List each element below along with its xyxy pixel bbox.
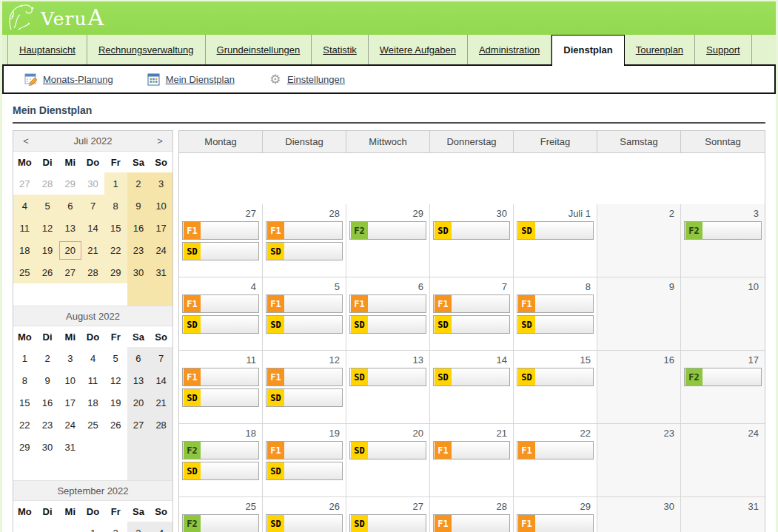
shift-entry[interactable]: SD bbox=[182, 388, 259, 407]
mini-day[interactable]: 31 bbox=[150, 261, 172, 283]
tab-grundeinstellungen[interactable]: Grundeinstellungen bbox=[206, 35, 312, 64]
mini-day[interactable]: 30 bbox=[81, 172, 104, 195]
mini-day[interactable]: 12 bbox=[104, 369, 127, 391]
mini-day[interactable]: 26 bbox=[104, 414, 127, 436]
mini-day[interactable]: 11 bbox=[81, 369, 104, 391]
mini-day[interactable]: 23 bbox=[127, 239, 150, 261]
mini-day[interactable]: 29 bbox=[104, 261, 127, 283]
mini-day[interactable]: 15 bbox=[104, 217, 127, 239]
mini-day[interactable]: 22 bbox=[13, 414, 36, 436]
shift-entry[interactable]: F2 bbox=[684, 368, 762, 386]
mini-day[interactable]: 7 bbox=[81, 195, 104, 217]
mini-day[interactable]: 19 bbox=[104, 391, 127, 414]
mini-day[interactable]: 8 bbox=[104, 195, 127, 217]
tab-statistik[interactable]: Statistik bbox=[312, 35, 369, 64]
shift-entry[interactable]: SD bbox=[266, 388, 343, 407]
shift-entry[interactable]: F2 bbox=[182, 514, 259, 532]
mini-day[interactable]: 3 bbox=[150, 172, 172, 195]
mini-day[interactable]: 24 bbox=[58, 414, 81, 436]
mini-day[interactable]: 27 bbox=[127, 414, 150, 436]
mini-day[interactable]: 11 bbox=[13, 217, 36, 239]
mini-day[interactable]: 13 bbox=[58, 217, 81, 239]
shift-entry[interactable]: SD bbox=[182, 315, 259, 334]
mini-day[interactable]: 3 bbox=[127, 522, 150, 532]
mini-day[interactable]: 24 bbox=[150, 239, 172, 261]
shift-entry[interactable]: SD bbox=[517, 221, 594, 240]
toolbar-item-einstellungen[interactable]: ⚙ Einstellungen bbox=[269, 73, 345, 86]
shift-entry[interactable]: SD bbox=[349, 441, 426, 459]
mini-day[interactable]: 1 bbox=[13, 347, 36, 369]
shift-entry[interactable]: SD bbox=[182, 462, 259, 480]
mini-day[interactable]: 21 bbox=[81, 239, 104, 261]
shift-entry[interactable]: SD bbox=[517, 368, 594, 386]
mini-day[interactable]: 4 bbox=[150, 522, 172, 532]
mini-day[interactable]: 27 bbox=[13, 172, 36, 195]
shift-entry[interactable]: F2 bbox=[684, 221, 762, 240]
mini-day[interactable]: 9 bbox=[36, 369, 59, 391]
mini-day[interactable]: 5 bbox=[104, 347, 127, 369]
mini-day[interactable]: 28 bbox=[150, 414, 172, 436]
tab-tourenplan[interactable]: Tourenplan bbox=[625, 35, 695, 64]
shift-entry[interactable]: F1 bbox=[182, 221, 259, 240]
mini-day[interactable]: 29 bbox=[13, 436, 36, 458]
shift-entry[interactable]: SD bbox=[349, 368, 426, 386]
shift-entry[interactable]: F1 bbox=[433, 441, 510, 459]
mini-day[interactable]: 31 bbox=[58, 436, 81, 458]
shift-entry[interactable]: F2 bbox=[349, 221, 426, 240]
tab-weitere-aufgaben[interactable]: Weitere Aufgaben bbox=[369, 35, 468, 64]
tab-hauptansicht[interactable]: Hauptansicht bbox=[7, 35, 87, 64]
mini-day[interactable]: 26 bbox=[36, 261, 59, 283]
shift-entry[interactable]: F1 bbox=[182, 368, 259, 386]
mini-day-selected[interactable]: 20 bbox=[58, 239, 81, 261]
mini-day[interactable]: 6 bbox=[127, 347, 150, 369]
mini-day[interactable]: 2 bbox=[104, 522, 127, 532]
mini-day[interactable]: 25 bbox=[13, 261, 36, 283]
mini-day[interactable]: 4 bbox=[81, 347, 104, 369]
mini-day[interactable]: 17 bbox=[58, 391, 81, 414]
mini-day[interactable]: 16 bbox=[127, 217, 150, 239]
toolbar-item-mein-dienstplan[interactable]: Mein Dienstplan bbox=[147, 73, 235, 86]
mini-day[interactable]: 19 bbox=[36, 239, 59, 261]
mini-day[interactable]: 5 bbox=[36, 195, 59, 217]
shift-entry[interactable]: F1 bbox=[349, 294, 426, 313]
shift-entry[interactable]: SD bbox=[182, 242, 259, 260]
mini-day[interactable]: 28 bbox=[36, 172, 59, 195]
shift-entry[interactable]: F1 bbox=[266, 294, 343, 313]
mini-day[interactable]: 4 bbox=[13, 195, 36, 217]
shift-entry[interactable]: F2 bbox=[182, 441, 259, 459]
mini-day[interactable]: 27 bbox=[58, 261, 81, 283]
mini-day[interactable]: 6 bbox=[58, 195, 81, 217]
shift-entry[interactable]: SD bbox=[517, 315, 594, 334]
mini-day[interactable]: 14 bbox=[81, 217, 104, 239]
toolbar-item-monats-planung[interactable]: Monats-Planung bbox=[24, 73, 113, 86]
mini-day[interactable]: 18 bbox=[13, 239, 36, 261]
shift-entry[interactable]: F1 bbox=[266, 221, 343, 240]
mini-day[interactable]: 29 bbox=[58, 172, 81, 195]
shift-entry[interactable]: F1 bbox=[517, 441, 594, 459]
shift-entry[interactable]: F1 bbox=[182, 294, 259, 313]
prev-month-button[interactable]: < bbox=[16, 131, 36, 152]
mini-day[interactable]: 15 bbox=[13, 391, 36, 414]
shift-entry[interactable]: SD bbox=[349, 514, 426, 532]
shift-entry[interactable]: F1 bbox=[266, 368, 343, 386]
shift-entry[interactable]: F1 bbox=[266, 441, 343, 459]
shift-entry[interactable]: SD bbox=[266, 462, 343, 480]
shift-entry[interactable]: SD bbox=[266, 242, 343, 260]
mini-day[interactable]: 30 bbox=[36, 436, 59, 458]
mini-day[interactable]: 17 bbox=[150, 217, 172, 239]
mini-day[interactable]: 21 bbox=[150, 391, 172, 414]
mini-day[interactable]: 7 bbox=[150, 347, 172, 369]
tab-dienstplan[interactable]: Dienstplan bbox=[551, 35, 624, 66]
tab-support[interactable]: Support bbox=[695, 35, 752, 64]
shift-entry[interactable]: F1 bbox=[517, 514, 594, 532]
next-month-button[interactable]: > bbox=[150, 131, 170, 152]
shift-entry[interactable]: SD bbox=[349, 315, 426, 334]
mini-day[interactable]: 1 bbox=[104, 172, 127, 195]
shift-entry[interactable]: F1 bbox=[433, 514, 510, 532]
mini-day[interactable]: 9 bbox=[127, 195, 150, 217]
mini-day[interactable]: 23 bbox=[36, 414, 59, 436]
mini-day[interactable]: 25 bbox=[81, 414, 104, 436]
tab-administration[interactable]: Administration bbox=[468, 35, 551, 64]
mini-day[interactable]: 30 bbox=[127, 261, 150, 283]
mini-day[interactable]: 2 bbox=[36, 347, 59, 369]
